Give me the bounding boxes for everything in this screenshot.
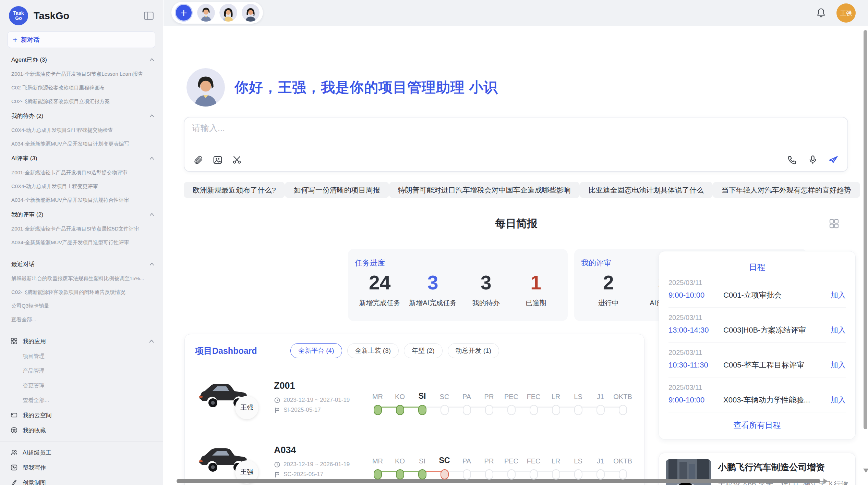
suggestion-chip[interactable]: 如何写一份清晰的项目周报 bbox=[285, 182, 389, 198]
chevron-up-icon[interactable] bbox=[148, 261, 155, 268]
app-subitem[interactable]: 变更管理 bbox=[0, 378, 163, 393]
milestone-dot bbox=[441, 405, 449, 415]
sidebar-item[interactable]: A034-全新新能源MUV产品开发项目法规符合性评审 bbox=[0, 193, 163, 207]
filter-chip[interactable]: 全新上装 (3) bbox=[347, 343, 399, 358]
suggestion-chip[interactable]: 当下年轻人对汽车外观有怎样的喜好趋势 bbox=[713, 182, 860, 198]
recent-conversation-item[interactable]: 公司Q3轻卡销量 bbox=[0, 299, 163, 313]
sidebar-item[interactable]: C0X4-动力总成开发项目工程变更评审 bbox=[0, 179, 163, 193]
sidebar-item[interactable]: A034-全新新能源MUV产品开发项目造型可行性评审 bbox=[0, 236, 163, 249]
join-link[interactable]: 加入 bbox=[831, 360, 846, 370]
sidebar-section-header[interactable]: 我的待办 (2) bbox=[0, 108, 163, 123]
new-chat-label: 新对话 bbox=[21, 36, 39, 44]
view-all-schedule-link[interactable]: 查看所有日程 bbox=[668, 412, 846, 438]
flag-icon bbox=[274, 407, 280, 413]
milestone-dot bbox=[463, 469, 471, 480]
screenshot-button[interactable] bbox=[231, 154, 243, 166]
sidebar-item-ai-super-staff[interactable]: AI超级员工 bbox=[0, 445, 163, 460]
new-chat-button[interactable]: + 新对话 bbox=[8, 32, 155, 48]
team-avatar-1[interactable] bbox=[197, 4, 215, 22]
attach-button[interactable] bbox=[193, 154, 204, 166]
microphone-button[interactable] bbox=[807, 154, 819, 166]
schedule-card: 日程 2025/03/119:00-10:00C001-立项审批会加入2025/… bbox=[659, 251, 856, 439]
vertical-scrollbar[interactable] bbox=[864, 30, 867, 429]
join-link[interactable]: 加入 bbox=[831, 290, 846, 300]
project-code[interactable]: A034 bbox=[274, 445, 360, 456]
milestone-dot bbox=[418, 405, 426, 415]
team-avatar-3[interactable] bbox=[242, 4, 260, 22]
notification-bell-icon[interactable] bbox=[816, 8, 826, 18]
sidebar-section-header[interactable]: 我的评审 (2) bbox=[0, 207, 163, 222]
schedule-time: 9:00-10:00 bbox=[668, 396, 723, 405]
message-input[interactable] bbox=[192, 122, 840, 145]
recent-section-header[interactable]: 最近对话 bbox=[0, 257, 163, 272]
filter-chip[interactable]: 年型 (2) bbox=[404, 343, 443, 358]
app-subitem[interactable]: 查看全部... bbox=[0, 393, 163, 408]
chevron-up-icon[interactable] bbox=[148, 112, 155, 119]
stat-label: 进行中 bbox=[588, 298, 629, 308]
user-avatar[interactable]: 王强 bbox=[836, 3, 856, 23]
filter-chip-active[interactable]: 全新平台 (4) bbox=[290, 343, 342, 358]
suggestion-chips: 欧洲新规最近颁布了什么?如何写一份清晰的项目周报特朗普可能对进口汽车增税会对中国… bbox=[184, 182, 849, 198]
sidebar-item-creative-drawing[interactable]: 创意制图 bbox=[0, 475, 163, 485]
join-link[interactable]: 加入 bbox=[831, 395, 846, 405]
suggestion-chip[interactable]: 比亚迪全固态电池计划具体说了什么 bbox=[580, 182, 713, 198]
schedule-item: 2025/03/1110:30-11:30C005-整车工程目标评审加入 bbox=[668, 343, 846, 377]
sidebar-item[interactable]: Z001-全新燃油轻卡产品开发项目SI节点属性5D文件评审 bbox=[0, 222, 163, 236]
milestone-dot bbox=[552, 405, 560, 415]
recent-conversation-item[interactable]: 解释最新出台的欧盟报废车法规再生塑料比例被调至15%... bbox=[0, 272, 163, 285]
recent-conversation-item[interactable]: 查看全部... bbox=[0, 313, 163, 326]
stat-value: 3 bbox=[409, 272, 457, 294]
send-button[interactable] bbox=[828, 154, 839, 166]
milestone-dot bbox=[374, 405, 382, 415]
chevron-up-icon[interactable] bbox=[148, 337, 155, 345]
sidebar-section-header[interactable]: Agent已办 (3) bbox=[0, 52, 163, 67]
milestone-dot bbox=[530, 405, 538, 415]
sidebar-item[interactable]: C02-飞腾新能源轻客改款项目里程碑画布 bbox=[0, 81, 163, 95]
help-me-write-label: 帮我写作 bbox=[23, 464, 155, 472]
add-conversation-button[interactable]: + bbox=[175, 4, 193, 22]
app-subitem[interactable]: 项目管理 bbox=[0, 349, 163, 363]
clock-icon bbox=[274, 397, 280, 403]
sidebar-section-header[interactable]: AI评审 (3) bbox=[0, 151, 163, 166]
sidebar-item[interactable]: Z001-全新燃油轻卡产品开发项目SI造型提交物评审 bbox=[0, 166, 163, 179]
project-flag: SC-2025-05-17 bbox=[284, 471, 323, 478]
project-code[interactable]: Z001 bbox=[274, 381, 360, 391]
sidebar-item-my-apps[interactable]: 我的应用 bbox=[0, 334, 163, 349]
milestone-label: PR bbox=[478, 390, 500, 401]
horizontal-scrollbar[interactable] bbox=[177, 479, 820, 483]
voice-call-button[interactable] bbox=[786, 154, 798, 166]
filter-chip[interactable]: 动总开发 (1) bbox=[448, 343, 499, 358]
milestone-label: OKTB bbox=[612, 390, 634, 401]
chevron-up-icon[interactable] bbox=[148, 56, 155, 63]
project-dates-row: 2023-12-19 ~ 2027-01-19 bbox=[274, 397, 360, 403]
milestone-label: PA bbox=[456, 390, 478, 401]
sidebar-item[interactable]: A034-全新新能源MUV产品开发项目计划变更表编写 bbox=[0, 137, 163, 151]
milestone-track: MRKOSISCPAPRPECFECLRLSJ1OKTB bbox=[366, 379, 634, 415]
image-button[interactable] bbox=[212, 154, 224, 166]
stat-card-title: 任务进度 bbox=[355, 258, 561, 268]
suggestion-chip[interactable]: 特朗普可能对进口汽车增税会对中国车企造成哪些影响 bbox=[389, 182, 580, 198]
sidebar-item[interactable]: C02-飞腾新能源轻客改款项目立项汇报方案 bbox=[0, 95, 163, 108]
sidebar-item[interactable]: C0X4-动力总成开发项目SI里程碑提交物检查 bbox=[0, 123, 163, 137]
owner-badge: 王强 bbox=[235, 396, 258, 419]
schedule-title: 日程 bbox=[668, 262, 846, 273]
composer-left-icons bbox=[193, 154, 243, 166]
sidebar-item-cloud-space[interactable]: 我的云空间 bbox=[0, 408, 163, 423]
sidebar-item-help-me-write[interactable]: 帮我写作 bbox=[0, 460, 163, 475]
section-title: AI评审 (3) bbox=[11, 154, 148, 162]
team-avatar-2[interactable] bbox=[219, 4, 237, 22]
stat-label: 我的待办 bbox=[466, 298, 507, 308]
sidebar-item[interactable]: Z001-全新燃油皮卡产品开发项目SI节点Lesson Learn报告 bbox=[0, 67, 163, 81]
app-subitem[interactable]: 产品管理 bbox=[0, 363, 163, 378]
recent-conversation-item[interactable]: C02-飞腾新能源轻客改款项目的闭环通告反馈情况 bbox=[0, 285, 163, 299]
scroll-right-arrow[interactable] bbox=[823, 478, 828, 484]
layout-grid-icon[interactable] bbox=[829, 218, 840, 229]
chevron-up-icon[interactable] bbox=[148, 155, 155, 162]
join-link[interactable]: 加入 bbox=[831, 325, 846, 335]
collapse-sidebar-icon[interactable] bbox=[144, 11, 154, 20]
scroll-down-arrow[interactable] bbox=[863, 469, 868, 473]
suggestion-chip[interactable]: 欧洲新规最近颁布了什么? bbox=[184, 182, 285, 198]
chevron-up-icon[interactable] bbox=[148, 211, 155, 218]
sidebar-item-favorites[interactable]: 我的收藏 bbox=[0, 423, 163, 438]
milestone-dot bbox=[596, 469, 605, 480]
